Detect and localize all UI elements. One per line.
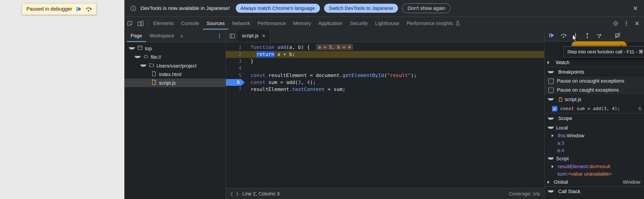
breakpoint-checkbox-checked[interactable]	[552, 106, 558, 111]
stage: Paused in debugger DevTools is now avail…	[0, 0, 644, 199]
step-over-button[interactable]	[560, 32, 567, 39]
code-text-line-5[interactable]: const resultElement = document.getElemen…	[245, 72, 417, 79]
tab-security[interactable]: Security	[346, 17, 371, 30]
navigator-pane: Page Workspace » top	[124, 30, 226, 199]
tab-memory[interactable]: Memory	[290, 17, 315, 30]
tree-item-file-scheme[interactable]: file://	[124, 53, 226, 61]
infobar-close-icon[interactable]	[632, 6, 638, 11]
inline-eval-badge: a = 3, b = 4	[316, 44, 353, 50]
tree-item-top[interactable]: top	[124, 44, 226, 53]
code-text-line-3[interactable]: }	[245, 58, 254, 65]
tab-network[interactable]: Network	[228, 17, 254, 30]
scope-var-b[interactable]: b: 4	[545, 147, 644, 154]
line-number-2[interactable]: 2	[226, 51, 245, 58]
tab-performance[interactable]: Performance	[254, 17, 289, 30]
tab-lighthouse[interactable]: Lighthouse	[371, 17, 403, 30]
line-number-1[interactable]: 1	[226, 44, 245, 51]
scope-var-sum[interactable]: sum: <value unavailable>	[545, 170, 644, 178]
infobar: DevTools is now available in Japanese! A…	[124, 0, 644, 17]
breakpoint-marker-line-6[interactable]: 6	[226, 79, 245, 86]
code-text-line-6[interactable]: const sum = add(3, 4);	[245, 79, 316, 86]
pause-caught-label: Pause on caught exceptions	[557, 87, 619, 93]
file-tab-script-js[interactable]: script.js	[238, 30, 270, 42]
code-text-line-4[interactable]	[245, 65, 251, 72]
pause-uncaught-checkbox[interactable]	[548, 78, 554, 84]
var-name: resultElement	[558, 164, 588, 169]
expand-arrow-icon	[134, 56, 141, 58]
section-breakpoints[interactable]: Breakpoints	[545, 67, 644, 77]
tab-sources[interactable]: Sources	[203, 17, 228, 30]
scope-local[interactable]: Local	[545, 123, 644, 132]
devtools-window: DevTools is now available in Japanese! A…	[124, 0, 644, 199]
step-into-button[interactable]	[572, 32, 578, 39]
device-toolbar-icon[interactable]	[135, 17, 146, 30]
folder-icon	[148, 62, 154, 69]
navigator-kebab-icon[interactable]	[214, 30, 226, 42]
paused-label: Paused in debugger	[26, 6, 72, 12]
toolbar-separator	[148, 19, 148, 27]
line-number-5[interactable]: 5	[226, 72, 245, 79]
code-text-line-7[interactable]: resultElement.textContent = sum;	[245, 86, 346, 93]
cursor-position-text: Line 2, Column 3	[242, 191, 280, 196]
section-watch[interactable]: Watch	[545, 58, 644, 67]
section-scope[interactable]: Scope	[545, 113, 644, 123]
resume-script-button[interactable]	[76, 6, 82, 12]
debugger-controls	[545, 30, 644, 42]
tab-close-icon[interactable]	[262, 34, 266, 38]
main-toolbar: Elements Console Sources Network Perform…	[124, 17, 644, 30]
tree-item-project-folder[interactable]: Users/user/project	[124, 61, 226, 70]
settings-gear-icon[interactable]	[610, 20, 621, 27]
dont-show-again-button[interactable]: Don't show again	[402, 3, 450, 13]
scope-var-this[interactable]: this: Window	[545, 132, 644, 139]
toggle-navigator-icon[interactable]	[226, 30, 238, 42]
pause-caught-checkbox[interactable]	[548, 87, 554, 93]
navigator-tabs: Page Workspace »	[124, 30, 226, 43]
local-scope-label: Local	[556, 125, 568, 131]
file-tree: top file:// Users/user/p	[124, 42, 226, 87]
line-number-4[interactable]: 4	[226, 65, 245, 72]
paused-in-debugger-overlay: Paused in debugger	[22, 3, 96, 15]
section-call-stack[interactable]: Call Stack	[545, 186, 644, 196]
tree-item-script-js[interactable]: script.js	[124, 79, 226, 87]
more-tabs-chevron[interactable]: »	[178, 30, 186, 42]
line-number-3[interactable]: 3	[226, 58, 245, 65]
navigator-tab-workspace[interactable]: Workspace	[146, 30, 178, 42]
collapsed-arrow-icon	[548, 180, 552, 184]
tab-performance-insights[interactable]: Performance insights	[403, 17, 464, 30]
tab-elements[interactable]: Elements	[150, 17, 177, 30]
var-name: a	[558, 140, 560, 146]
tree-label: top	[145, 46, 152, 51]
scope-var-resultelement[interactable]: resultElement: div#result	[545, 163, 644, 170]
scope-global[interactable]: Global Window	[545, 178, 644, 186]
devtools-close-icon[interactable]	[632, 20, 642, 26]
navigator-tab-page[interactable]: Page	[127, 30, 146, 42]
screen: Paused in debugger DevTools is now avail…	[0, 0, 644, 199]
more-options-kebab-icon[interactable]	[621, 20, 632, 26]
tree-item-index-html[interactable]: index.html	[124, 70, 226, 78]
deactivate-breakpoints-button[interactable]	[614, 32, 621, 39]
inspect-element-icon[interactable]	[124, 17, 135, 30]
breakpoint-entry[interactable]: const sum = add(3, 4); 6	[545, 104, 644, 113]
code-text-line-2[interactable]: return a + b;	[245, 51, 295, 58]
pretty-print-icon[interactable]: { }	[230, 191, 238, 196]
code-text-line-1[interactable]: function add(a, b) {a = 3, b = 4	[245, 44, 353, 51]
line-number-7[interactable]: 7	[226, 86, 245, 93]
scope-var-a[interactable]: a: 3	[545, 139, 644, 147]
code-line-4: 4	[226, 65, 544, 72]
resume-button[interactable]	[548, 32, 555, 39]
tab-application[interactable]: Application	[315, 17, 346, 30]
pause-uncaught-row[interactable]: Pause on uncaught exceptions	[545, 77, 644, 86]
match-language-button[interactable]: Always match Chrome's language	[236, 4, 320, 13]
watch-label: Watch	[556, 60, 569, 66]
scope-script[interactable]: Script	[545, 154, 644, 163]
step-over-button-overlay[interactable]	[86, 6, 92, 12]
switch-japanese-button[interactable]: Switch DevTools to Japanese	[324, 4, 398, 13]
tab-console[interactable]: Console	[177, 17, 203, 30]
breakpoint-group-script-js[interactable]: script.js	[545, 95, 644, 104]
pause-caught-row[interactable]: Pause on caught exceptions	[545, 86, 644, 95]
step-button[interactable]	[596, 32, 602, 39]
step-out-button[interactable]	[584, 32, 590, 39]
var-value: div#result	[590, 164, 610, 169]
expanded-arrow-icon	[548, 117, 554, 119]
scope-label: Scope	[558, 115, 572, 121]
